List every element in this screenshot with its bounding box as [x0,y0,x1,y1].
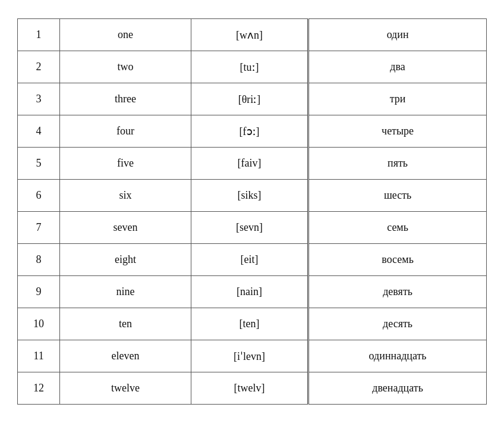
cell-word: nine [60,276,191,308]
table-row: 3three[θriː]три [18,83,487,115]
cell-word: eleven [60,340,191,372]
cell-number: 8 [18,244,60,276]
table-row: 4four[fɔː]четыре [18,115,487,148]
cell-word: four [60,115,191,148]
table-row: 9nine[nain]девять [18,276,487,308]
table-row: 7seven[sevn]семь [18,212,487,244]
cell-translation: восемь [308,244,487,276]
cell-translation: пять [308,148,487,180]
cell-translation: три [308,83,487,115]
table-row: 11eleven[iˈlevn]одиннадцать [18,340,487,372]
table-row: 1one[wʌn]один [18,19,487,51]
cell-translation: десять [308,308,487,340]
numbers-table: 1one[wʌn]один2two[tuː]два3three[θriː]три… [17,18,487,405]
cell-number: 7 [18,212,60,244]
numbers-table-container: 1one[wʌn]один2two[tuː]два3three[θriː]три… [17,18,487,405]
cell-transcription: [nain] [191,276,308,308]
table-row: 10ten[ten]десять [18,308,487,340]
cell-transcription: [θriː] [191,83,308,115]
table-row: 6six[siks]шесть [18,180,487,212]
cell-word: twelve [60,372,191,405]
cell-translation: один [308,19,487,51]
table-row: 12twelve[twelv]двенадцать [18,372,487,405]
cell-transcription: [faiv] [191,148,308,180]
cell-number: 6 [18,180,60,212]
cell-translation: шесть [308,180,487,212]
cell-transcription: [siks] [191,180,308,212]
cell-transcription: [twelv] [191,372,308,405]
cell-number: 11 [18,340,60,372]
cell-number: 4 [18,115,60,148]
cell-transcription: [wʌn] [191,19,308,51]
cell-translation: четыре [308,115,487,148]
cell-word: two [60,51,191,83]
cell-word: ten [60,308,191,340]
cell-number: 5 [18,148,60,180]
cell-number: 10 [18,308,60,340]
cell-transcription: [tuː] [191,51,308,83]
cell-transcription: [fɔː] [191,115,308,148]
cell-transcription: [iˈlevn] [191,340,308,372]
cell-translation: двенадцать [308,372,487,405]
table-row: 5five[faiv]пять [18,148,487,180]
cell-number: 12 [18,372,60,405]
cell-transcription: [eit] [191,244,308,276]
cell-number: 9 [18,276,60,308]
cell-number: 2 [18,51,60,83]
cell-number: 1 [18,19,60,51]
cell-translation: девять [308,276,487,308]
table-row: 2two[tuː]два [18,51,487,83]
cell-translation: семь [308,212,487,244]
cell-word: six [60,180,191,212]
cell-word: one [60,19,191,51]
cell-translation: два [308,51,487,83]
cell-word: seven [60,212,191,244]
cell-translation: одиннадцать [308,340,487,372]
cell-number: 3 [18,83,60,115]
table-row: 8eight[eit]восемь [18,244,487,276]
cell-word: three [60,83,191,115]
cell-transcription: [ten] [191,308,308,340]
cell-word: eight [60,244,191,276]
cell-transcription: [sevn] [191,212,308,244]
cell-word: five [60,148,191,180]
